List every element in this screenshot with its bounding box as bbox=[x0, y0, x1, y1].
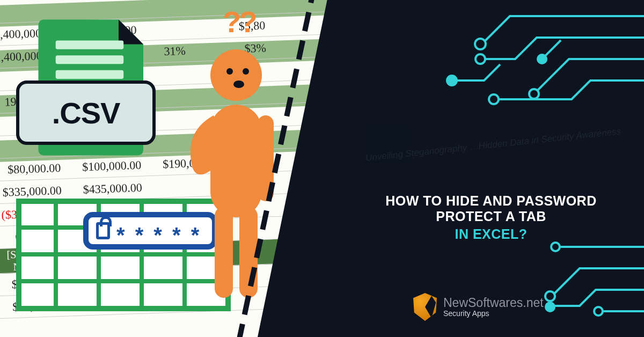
svg-point-16 bbox=[489, 94, 499, 104]
cell: $335,000.00 bbox=[0, 183, 69, 200]
svg-point-21 bbox=[594, 307, 603, 316]
svg-rect-0 bbox=[56, 41, 124, 49]
svg-point-13 bbox=[475, 39, 486, 49]
svg-point-4 bbox=[210, 49, 262, 101]
svg-point-11 bbox=[243, 68, 249, 75]
brand-name: NewSoftwares bbox=[443, 296, 523, 310]
svg-point-15 bbox=[529, 89, 539, 99]
cell: $435,000.00 bbox=[69, 180, 150, 197]
headline: HOW TO HIDE AND PASSWORD PROTECT A TAB I… bbox=[360, 193, 623, 242]
svg-rect-1 bbox=[56, 55, 124, 64]
svg-rect-6 bbox=[215, 207, 233, 298]
brand-tagline: Security Apps bbox=[443, 310, 544, 318]
question-marks-icon: ?? bbox=[223, 4, 255, 39]
lock-icon bbox=[96, 222, 110, 239]
svg-point-12 bbox=[233, 80, 244, 88]
headline-line2: IN EXCEL? bbox=[360, 226, 623, 242]
file-extension-label: .CSV bbox=[16, 80, 156, 145]
brand-logo: NewSoftwares.net Security Apps bbox=[413, 293, 544, 321]
promo-graphic: $1,400,000.00 $100,000.00 $5,80 $1,400,0… bbox=[0, 0, 644, 337]
brand-suffix: .net bbox=[523, 296, 543, 310]
svg-point-10 bbox=[226, 68, 233, 75]
svg-point-20 bbox=[546, 303, 554, 311]
svg-point-22 bbox=[551, 243, 560, 251]
svg-point-14 bbox=[475, 54, 485, 64]
svg-rect-2 bbox=[56, 70, 124, 79]
svg-point-17 bbox=[538, 55, 546, 63]
cell: $80,000.00 bbox=[0, 160, 69, 177]
shield-icon bbox=[413, 293, 437, 321]
svg-point-19 bbox=[545, 291, 555, 301]
headline-line1: HOW TO HIDE AND PASSWORD PROTECT A TAB bbox=[385, 193, 596, 224]
